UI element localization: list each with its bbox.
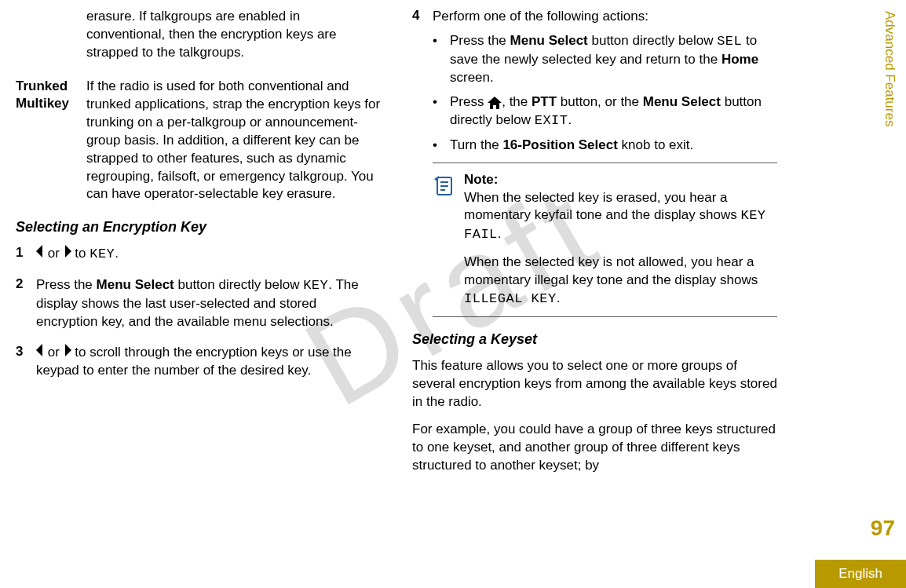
step-4-bullets: • Press the Menu Select button directly … bbox=[433, 32, 777, 155]
page-content: erasure. If talkgroups are enabled in co… bbox=[0, 0, 906, 588]
bullet-3: • Turn the 16-Position Select knob to ex… bbox=[433, 137, 777, 155]
step-1-or: or bbox=[44, 246, 64, 261]
bullet-1: • Press the Menu Select button directly … bbox=[433, 32, 777, 87]
b2-exit: EXIT bbox=[535, 113, 568, 128]
step-2-key: KEY bbox=[303, 278, 328, 293]
b2-e: . bbox=[568, 112, 572, 127]
step-2-a: Press the bbox=[36, 277, 97, 292]
left-column: erasure. If talkgroups are enabled in co… bbox=[0, 8, 396, 588]
note-p2c: . bbox=[557, 290, 561, 305]
step-1-to: to bbox=[71, 246, 90, 261]
step-2-c: button directly below bbox=[174, 277, 303, 292]
b3-a: Turn the bbox=[450, 137, 502, 152]
page-number: 97 bbox=[871, 516, 895, 541]
step-1-key: KEY bbox=[90, 247, 115, 261]
bullet-marker: • bbox=[433, 93, 450, 130]
b2-a: Press bbox=[450, 94, 488, 109]
heading-selecting-encryption-key: Selecting an Encryption Key bbox=[16, 219, 381, 236]
step-2-b: Menu Select bbox=[97, 277, 174, 292]
nav-right-icon bbox=[64, 344, 71, 362]
note-p2a: When the selected key is not allowed, yo… bbox=[464, 254, 758, 287]
svg-marker-4 bbox=[488, 97, 502, 109]
svg-marker-1 bbox=[65, 245, 71, 257]
note-icon bbox=[433, 171, 464, 309]
note-p2b: ILLEGAL KEY bbox=[464, 291, 557, 306]
step-3-number: 3 bbox=[16, 344, 36, 380]
b3-knob: 16-Position Select bbox=[502, 137, 617, 152]
language-label: English bbox=[815, 560, 906, 588]
nav-left-icon bbox=[36, 245, 44, 263]
b2-ms: Menu Select bbox=[643, 94, 721, 109]
nav-left-icon bbox=[36, 344, 44, 362]
step-3-text: to scroll through the encryption keys or… bbox=[36, 345, 352, 378]
b1-sel: SEL bbox=[717, 34, 742, 49]
b1-a: Press the bbox=[450, 33, 510, 48]
side-tab: Advanced Features bbox=[879, 6, 900, 131]
b2-b: , the bbox=[502, 94, 532, 109]
right-column: 4 Perform one of the following actions: … bbox=[396, 8, 793, 588]
b1-e: screen. bbox=[450, 70, 494, 85]
b1-b: Menu Select bbox=[510, 33, 588, 48]
heading-selecting-keyset: Selecting a Keyset bbox=[412, 331, 777, 348]
b2-c: button, or the bbox=[557, 94, 643, 109]
b3-b: knob to exit. bbox=[618, 137, 693, 152]
keyset-para-2: For example, you could have a group of t… bbox=[412, 421, 777, 475]
def-continuation-text: erasure. If talkgroups are enabled in co… bbox=[86, 8, 381, 62]
bullet-marker: • bbox=[433, 32, 450, 87]
nav-right-icon bbox=[64, 245, 71, 263]
step-4: 4 Perform one of the following actions: … bbox=[412, 8, 777, 317]
step-4-number: 4 bbox=[412, 8, 433, 317]
b1-home: Home bbox=[722, 52, 758, 67]
svg-marker-3 bbox=[65, 344, 71, 356]
step-4-intro: Perform one of the following actions: bbox=[433, 8, 777, 26]
definition-continuation: erasure. If talkgroups are enabled in co… bbox=[16, 8, 381, 62]
step-1: 1 or to KEY. bbox=[16, 245, 381, 264]
step-3-or: or bbox=[44, 345, 64, 360]
step-1-number: 1 bbox=[16, 245, 36, 264]
step-2: 2 Press the Menu Select button directly … bbox=[16, 276, 381, 331]
step-1-end: . bbox=[115, 246, 119, 261]
definition-trunked-multikey: Trunked Multikey If the radio is used fo… bbox=[16, 78, 381, 204]
bullet-marker: • bbox=[433, 137, 450, 155]
step-3: 3 or to scroll through the encryption ke… bbox=[16, 344, 381, 380]
step-2-number: 2 bbox=[16, 276, 36, 331]
note-p1c: . bbox=[498, 226, 502, 241]
home-icon bbox=[488, 93, 502, 111]
keyset-para-1: This feature allows you to select one or… bbox=[412, 357, 777, 411]
def-trunked-multikey-text: If the radio is used for both convention… bbox=[86, 78, 381, 204]
bullet-2: • Press , the PTT button, or the Menu Se… bbox=[433, 93, 777, 130]
b2-ptt: PTT bbox=[532, 94, 557, 109]
svg-marker-0 bbox=[36, 245, 42, 257]
note-p1a: When the selected key is erased, you hea… bbox=[464, 190, 740, 223]
b1-c: button directly below bbox=[588, 33, 717, 48]
svg-marker-2 bbox=[36, 344, 42, 356]
note-box: Note: When the selected key is erased, y… bbox=[433, 163, 777, 318]
note-title: Note: bbox=[464, 171, 777, 189]
term-trunked-multikey: Trunked Multikey bbox=[16, 78, 86, 204]
